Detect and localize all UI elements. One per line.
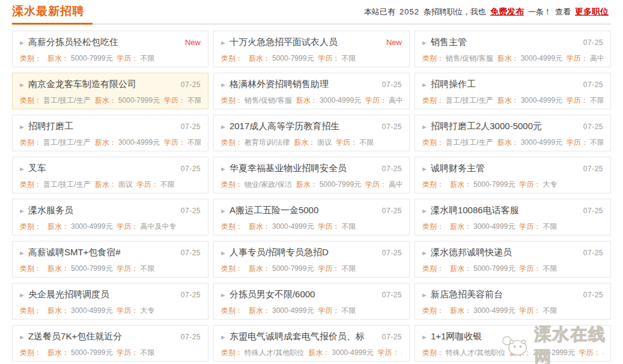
post-date: 07-25: [382, 80, 402, 89]
job-title-link[interactable]: 招聘打磨工: [28, 121, 176, 132]
education-value: 不限: [140, 54, 154, 62]
job-card[interactable]: ▶ 新店急招美容前台 07-25 类别：薪水：3000-4999元学历：不限: [415, 283, 611, 320]
education-value: 不限: [590, 96, 603, 105]
bullet-arrow-icon: ▶: [422, 334, 427, 339]
bullet-arrow-icon: ▶: [221, 208, 225, 213]
job-card[interactable]: ▶ 招聘打磨工2人3000-5000元 07-25 类别：普工/技工/生产薪水：…: [415, 115, 611, 151]
salary-value: 3000-4999元: [118, 138, 160, 147]
bullet-arrow-icon: ▶: [20, 334, 24, 339]
post-date: 07-25: [382, 207, 402, 215]
category-label: 类别：: [221, 138, 243, 147]
job-title-link[interactable]: 分拣员男女不限/6000: [229, 289, 377, 300]
job-card[interactable]: ▶ 华夏幸福基业物业招聘安全员 07-25 类别：物业/家政/保洁薪水：5000…: [213, 157, 410, 193]
bullet-arrow-icon: ▶: [20, 250, 24, 255]
job-title-link[interactable]: 东盟电气诚聘成套电气报价员、标: [229, 331, 377, 342]
salary-label: 薪水：: [296, 180, 318, 189]
job-card[interactable]: ▶ 溧水德邦诚聘快递员 07-25 类别：薪水：5000-7999元学历：不限: [415, 241, 611, 278]
job-card[interactable]: ▶ 人事专员/招聘专员急招D 07-25 类别：薪水：5000-7999元学历：…: [213, 241, 410, 278]
salary-label: 薪水：: [509, 348, 531, 357]
job-title-link[interactable]: 高薪分拣员轻松包吃住: [28, 37, 180, 48]
education-value: 不限: [590, 138, 603, 147]
salary-value: 5000-7999元: [473, 180, 515, 189]
job-title-link[interactable]: 央企晨光招聘调度员: [28, 289, 176, 300]
job-card[interactable]: ▶ 招聘打磨工 07-25 类别：普工/技工/生产薪水：3000-4999元学历…: [12, 115, 208, 151]
job-title-link[interactable]: 溧水德邦诚聘快递员: [431, 247, 579, 258]
job-card[interactable]: ▶ 叉车 07-25 类别：普工/技工/生产薪水：面议学历：不限: [12, 157, 208, 193]
education-label: 学历：: [137, 180, 159, 189]
job-title-row: ▶ 新店急招美容前台 07-25: [422, 289, 603, 300]
salary-value: 5000-7999元: [473, 264, 515, 273]
salary-value: 3000-4999元: [71, 306, 112, 315]
job-title-link[interactable]: 1+1网咖收银: [431, 331, 598, 342]
free-post-link[interactable]: 免费发布: [490, 7, 524, 16]
job-card[interactable]: ▶ 销售主管 07-25 类别：销售/促销/客服薪水：3000-4999元学历：…: [415, 31, 611, 67]
bullet-arrow-icon: ▶: [422, 40, 427, 45]
job-title-link[interactable]: 招聘打磨工2人3000-5000元: [431, 121, 579, 132]
job-title-link[interactable]: A搬运工五险一金5000: [229, 205, 377, 216]
job-card[interactable]: ▶ A搬运工五险一金5000 07-25 类别：薪水：3000-4999元学历：…: [213, 199, 410, 235]
job-title-link[interactable]: 诚聘财务主管: [431, 163, 579, 174]
salary-value: 2000-2999元: [533, 348, 574, 357]
salary-value: 3000-4999元: [272, 306, 314, 315]
job-title-link[interactable]: 招聘操作工: [431, 79, 579, 90]
education-value: 不限: [341, 264, 356, 273]
post-date: 07-25: [181, 80, 201, 89]
job-card[interactable]: ▶ 2017成人高等学历教育招生 07-25 类别：教育培训/法律薪水：面议学历…: [213, 115, 410, 151]
job-title-link[interactable]: Z送餐员7K+包住就近分: [28, 331, 176, 342]
job-title-link[interactable]: 南京金龙客车制造有限公司: [28, 79, 176, 90]
job-title-link[interactable]: 叉车: [28, 163, 176, 174]
category-value: 销售/促销/客服: [245, 96, 292, 105]
job-card[interactable]: ▶ 南京金龙客车制造有限公司 07-25 类别：普工/技工/生产薪水：5000-…: [12, 73, 208, 109]
job-card[interactable]: ▶ 1+1网咖收银 类别：特殊人才/其他职位薪水：2000-2999元学历：不: [415, 325, 611, 362]
salary-label: 薪水：: [308, 348, 330, 357]
category-value: 普工/技工/生产: [43, 180, 91, 189]
job-card[interactable]: ▶ 高薪诚聘SMT+包食宿# 07-25 类别：薪水：5000-7999元学历：…: [12, 241, 208, 278]
salary-label: 薪水：: [450, 264, 472, 273]
job-title-link[interactable]: 高薪诚聘SMT+包食宿#: [28, 247, 176, 258]
salary-value: 3000-4999元: [521, 96, 562, 105]
job-title-link[interactable]: 2017成人高等学历教育招生: [229, 121, 377, 132]
job-card[interactable]: ▶ 招聘操作工 07-25 类别：普工/技工/生产薪水：3000-4999元学历…: [415, 73, 611, 109]
job-meta: 类别：薪水：3000-4999元学历：不限: [221, 222, 402, 232]
job-card[interactable]: ▶ 诚聘财务主管 07-25 类别：薪水：5000-7999元学历：大专: [415, 157, 611, 193]
job-title-row: ▶ 人事专员/招聘专员急招D 07-25: [221, 247, 402, 258]
job-title-link[interactable]: 格满林外资招聘销售助理: [229, 79, 377, 90]
job-card[interactable]: ▶ 央企晨光招聘调度员 07-25 类别：薪水：3000-4999元学历：大专: [12, 283, 208, 320]
job-title-link[interactable]: 华夏幸福基业物业招聘安全员: [229, 163, 377, 174]
job-title-link[interactable]: 人事专员/招聘专员急招D: [229, 247, 377, 258]
job-card[interactable]: ▶ Z送餐员7K+包住就近分 07-25 类别：薪水：5000-7999元学历：…: [12, 325, 208, 362]
job-card[interactable]: ▶ 格满林外资招聘销售助理 07-25 类别：销售/促销/客服薪水：3000-4…: [213, 73, 410, 109]
job-title-link[interactable]: 销售主管: [431, 37, 579, 48]
category-value: 特殊人才/其他职位: [245, 348, 304, 357]
job-title-row: ▶ 分拣员男女不限/6000 07-25: [221, 289, 402, 300]
job-title-link[interactable]: 十万火急急招平面试衣人员: [229, 37, 381, 48]
job-card[interactable]: ▶ 分拣员男女不限/6000 07-25 类别：薪水：3000-4999元学历：…: [213, 283, 410, 320]
job-title-link[interactable]: 溧水聘10086电话客服: [431, 205, 579, 216]
job-card[interactable]: ▶ 东盟电气诚聘成套电气报价员、标 07-25 类别：特殊人才/其他职位薪水：3…: [213, 325, 410, 362]
category-label: 类别：: [422, 306, 444, 315]
job-meta: 类别：薪水：5000-7999元学历：不限: [20, 53, 201, 64]
education-value: 不限: [140, 264, 154, 273]
job-title-row: ▶ Z送餐员7K+包住就近分 07-25: [20, 331, 201, 342]
job-card[interactable]: ▶ 十万火急急招平面试衣人员 New 类别：薪水：5000-7999元学历：不限: [213, 31, 410, 67]
job-meta: 类别：销售/促销/客服薪水：3000-4999元学历：高中及: [221, 96, 402, 106]
salary-label: 薪水：: [95, 180, 117, 189]
post-date: 07-25: [181, 207, 201, 215]
more-jobs-link[interactable]: 更多职位: [575, 7, 609, 16]
salary-value: 5000-7999元: [71, 54, 112, 62]
salary-value: 5000-7999元: [320, 180, 361, 189]
education-label: 学历：: [164, 138, 186, 147]
category-value: 特殊人才/其他职位: [446, 348, 505, 357]
job-card[interactable]: ▶ 溧水聘10086电话客服 07-25 类别：薪水：3000-4999元学历：…: [415, 199, 611, 235]
job-title-row: ▶ 十万火急急招平面试衣人员 New: [221, 37, 402, 48]
education-label: 学历：: [519, 222, 541, 231]
site-stats-bar: 本站已有2052条招聘职位，我也免费发布一条！查看更多职位: [362, 7, 611, 23]
job-title-link[interactable]: 新店急招美容前台: [431, 289, 579, 300]
job-card[interactable]: ▶ 溧水服务员 07-25 类别：薪水：3000-4999元学历：高中及中专: [12, 199, 208, 235]
education-label: 学历：: [117, 264, 138, 273]
job-card[interactable]: ▶ 高薪分拣员轻松包吃住 New 类别：薪水：5000-7999元学历：不限: [12, 31, 208, 67]
category-label: 类别：: [20, 54, 41, 62]
job-title-link[interactable]: 溧水服务员: [28, 205, 176, 216]
education-value: 不限: [359, 138, 374, 147]
job-meta: 类别：薪水：3000-4999元学历：大专: [20, 306, 201, 316]
